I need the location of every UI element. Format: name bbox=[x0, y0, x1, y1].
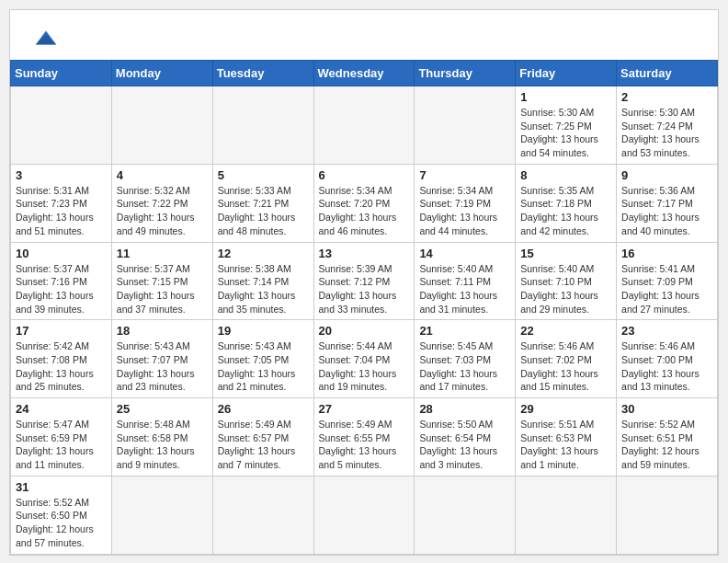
day-info: Sunrise: 5:40 AM Sunset: 7:11 PM Dayligh… bbox=[419, 262, 510, 316]
day-number: 1 bbox=[520, 90, 611, 104]
day-number: 5 bbox=[218, 168, 309, 182]
day-number: 24 bbox=[16, 402, 107, 416]
calendar: SundayMondayTuesdayWednesdayThursdayFrid… bbox=[9, 9, 719, 556]
day-info: Sunrise: 5:32 AM Sunset: 7:22 PM Dayligh… bbox=[117, 184, 208, 238]
day-info: Sunrise: 5:40 AM Sunset: 7:10 PM Dayligh… bbox=[520, 262, 611, 316]
day-info: Sunrise: 5:33 AM Sunset: 7:21 PM Dayligh… bbox=[218, 184, 309, 238]
logo-icon bbox=[32, 24, 60, 52]
day-info: Sunrise: 5:35 AM Sunset: 7:18 PM Dayligh… bbox=[520, 184, 611, 238]
day-info: Sunrise: 5:48 AM Sunset: 6:58 PM Dayligh… bbox=[117, 418, 208, 472]
day-cell: 7Sunrise: 5:34 AM Sunset: 7:19 PM Daylig… bbox=[415, 164, 516, 242]
week-row-3: 17Sunrise: 5:42 AM Sunset: 7:08 PM Dayli… bbox=[11, 320, 718, 398]
day-info: Sunrise: 5:46 AM Sunset: 7:02 PM Dayligh… bbox=[520, 339, 611, 394]
day-number: 7 bbox=[419, 168, 510, 182]
day-number: 23 bbox=[621, 324, 712, 338]
calendar-header bbox=[10, 10, 718, 60]
day-cell bbox=[111, 86, 212, 165]
day-info: Sunrise: 5:36 AM Sunset: 7:17 PM Dayligh… bbox=[621, 184, 712, 238]
weekday-friday: Friday bbox=[516, 61, 617, 86]
day-info: Sunrise: 5:52 AM Sunset: 6:51 PM Dayligh… bbox=[621, 418, 712, 472]
day-cell: 23Sunrise: 5:46 AM Sunset: 7:00 PM Dayli… bbox=[617, 320, 718, 398]
day-cell: 22Sunrise: 5:46 AM Sunset: 7:02 PM Dayli… bbox=[516, 320, 617, 398]
day-cell: 30Sunrise: 5:52 AM Sunset: 6:51 PM Dayli… bbox=[617, 398, 718, 477]
day-cell bbox=[111, 476, 212, 554]
day-info: Sunrise: 5:34 AM Sunset: 7:20 PM Dayligh… bbox=[319, 184, 410, 238]
day-cell bbox=[212, 476, 313, 554]
day-cell: 15Sunrise: 5:40 AM Sunset: 7:10 PM Dayli… bbox=[516, 242, 617, 320]
weekday-monday: Monday bbox=[111, 61, 212, 86]
day-number: 14 bbox=[419, 247, 510, 260]
day-cell: 14Sunrise: 5:40 AM Sunset: 7:11 PM Dayli… bbox=[415, 242, 516, 320]
weekday-sunday: Sunday bbox=[11, 61, 112, 86]
day-cell: 18Sunrise: 5:43 AM Sunset: 7:07 PM Dayli… bbox=[111, 320, 212, 398]
day-number: 2 bbox=[621, 90, 712, 104]
day-info: Sunrise: 5:44 AM Sunset: 7:04 PM Dayligh… bbox=[319, 339, 410, 394]
day-info: Sunrise: 5:43 AM Sunset: 7:05 PM Dayligh… bbox=[218, 339, 309, 394]
weekday-saturday: Saturday bbox=[617, 61, 718, 86]
day-cell: 9Sunrise: 5:36 AM Sunset: 7:17 PM Daylig… bbox=[617, 164, 718, 242]
week-row-1: 3Sunrise: 5:31 AM Sunset: 7:23 PM Daylig… bbox=[11, 164, 718, 242]
day-info: Sunrise: 5:37 AM Sunset: 7:15 PM Dayligh… bbox=[117, 262, 208, 316]
day-number: 31 bbox=[16, 480, 107, 494]
day-number: 9 bbox=[621, 168, 712, 182]
day-number: 6 bbox=[319, 168, 410, 182]
calendar-table: SundayMondayTuesdayWednesdayThursdayFrid… bbox=[10, 60, 718, 555]
day-cell bbox=[11, 86, 112, 165]
day-cell: 13Sunrise: 5:39 AM Sunset: 7:12 PM Dayli… bbox=[313, 242, 415, 320]
day-info: Sunrise: 5:47 AM Sunset: 6:59 PM Dayligh… bbox=[16, 418, 107, 472]
day-cell: 3Sunrise: 5:31 AM Sunset: 7:23 PM Daylig… bbox=[11, 164, 112, 242]
week-row-5: 31Sunrise: 5:52 AM Sunset: 6:50 PM Dayli… bbox=[11, 476, 718, 554]
day-number: 20 bbox=[319, 324, 410, 338]
day-info: Sunrise: 5:31 AM Sunset: 7:23 PM Dayligh… bbox=[16, 184, 107, 238]
day-info: Sunrise: 5:49 AM Sunset: 6:55 PM Dayligh… bbox=[319, 418, 410, 472]
day-number: 3 bbox=[16, 168, 107, 182]
week-row-2: 10Sunrise: 5:37 AM Sunset: 7:16 PM Dayli… bbox=[11, 242, 718, 320]
day-info: Sunrise: 5:50 AM Sunset: 6:54 PM Dayligh… bbox=[419, 418, 510, 472]
day-cell: 2Sunrise: 5:30 AM Sunset: 7:24 PM Daylig… bbox=[617, 86, 718, 165]
day-cell: 20Sunrise: 5:44 AM Sunset: 7:04 PM Dayli… bbox=[313, 320, 415, 398]
day-cell: 26Sunrise: 5:49 AM Sunset: 6:57 PM Dayli… bbox=[212, 398, 313, 477]
day-info: Sunrise: 5:41 AM Sunset: 7:09 PM Dayligh… bbox=[621, 262, 712, 316]
day-cell: 1Sunrise: 5:30 AM Sunset: 7:25 PM Daylig… bbox=[516, 86, 617, 165]
day-cell bbox=[617, 476, 718, 554]
day-info: Sunrise: 5:30 AM Sunset: 7:24 PM Dayligh… bbox=[621, 106, 712, 160]
week-row-4: 24Sunrise: 5:47 AM Sunset: 6:59 PM Dayli… bbox=[11, 398, 718, 477]
day-info: Sunrise: 5:51 AM Sunset: 6:53 PM Dayligh… bbox=[520, 418, 611, 472]
day-number: 13 bbox=[319, 247, 410, 260]
day-info: Sunrise: 5:39 AM Sunset: 7:12 PM Dayligh… bbox=[319, 262, 410, 316]
day-info: Sunrise: 5:43 AM Sunset: 7:07 PM Dayligh… bbox=[117, 339, 208, 394]
day-number: 26 bbox=[218, 402, 309, 416]
day-number: 28 bbox=[419, 402, 510, 416]
day-info: Sunrise: 5:37 AM Sunset: 7:16 PM Dayligh… bbox=[16, 262, 107, 316]
day-number: 11 bbox=[117, 247, 208, 260]
weekday-wednesday: Wednesday bbox=[313, 61, 415, 86]
day-cell: 17Sunrise: 5:42 AM Sunset: 7:08 PM Dayli… bbox=[11, 320, 112, 398]
day-cell: 8Sunrise: 5:35 AM Sunset: 7:18 PM Daylig… bbox=[516, 164, 617, 242]
day-number: 8 bbox=[520, 168, 611, 182]
day-cell bbox=[516, 476, 617, 554]
day-info: Sunrise: 5:42 AM Sunset: 7:08 PM Dayligh… bbox=[16, 339, 107, 394]
day-cell: 24Sunrise: 5:47 AM Sunset: 6:59 PM Dayli… bbox=[11, 398, 112, 477]
day-number: 18 bbox=[117, 324, 208, 338]
day-cell: 11Sunrise: 5:37 AM Sunset: 7:15 PM Dayli… bbox=[111, 242, 212, 320]
day-number: 22 bbox=[520, 324, 611, 338]
day-info: Sunrise: 5:38 AM Sunset: 7:14 PM Dayligh… bbox=[218, 262, 309, 316]
day-number: 17 bbox=[16, 324, 107, 338]
day-cell: 6Sunrise: 5:34 AM Sunset: 7:20 PM Daylig… bbox=[313, 164, 415, 242]
day-cell: 31Sunrise: 5:52 AM Sunset: 6:50 PM Dayli… bbox=[11, 476, 112, 554]
day-cell bbox=[313, 476, 415, 554]
weekday-tuesday: Tuesday bbox=[212, 61, 313, 86]
day-number: 15 bbox=[520, 247, 611, 260]
day-number: 27 bbox=[319, 402, 410, 416]
day-cell: 25Sunrise: 5:48 AM Sunset: 6:58 PM Dayli… bbox=[111, 398, 212, 477]
day-cell: 10Sunrise: 5:37 AM Sunset: 7:16 PM Dayli… bbox=[11, 242, 112, 320]
svg-marker-1 bbox=[36, 34, 57, 44]
day-number: 30 bbox=[621, 402, 712, 416]
day-cell: 19Sunrise: 5:43 AM Sunset: 7:05 PM Dayli… bbox=[212, 320, 313, 398]
day-number: 29 bbox=[520, 402, 611, 416]
day-cell: 5Sunrise: 5:33 AM Sunset: 7:21 PM Daylig… bbox=[212, 164, 313, 242]
week-row-0: 1Sunrise: 5:30 AM Sunset: 7:25 PM Daylig… bbox=[11, 86, 718, 165]
day-info: Sunrise: 5:46 AM Sunset: 7:00 PM Dayligh… bbox=[621, 339, 712, 394]
weekday-thursday: Thursday bbox=[415, 61, 516, 86]
day-info: Sunrise: 5:34 AM Sunset: 7:19 PM Dayligh… bbox=[419, 184, 510, 238]
